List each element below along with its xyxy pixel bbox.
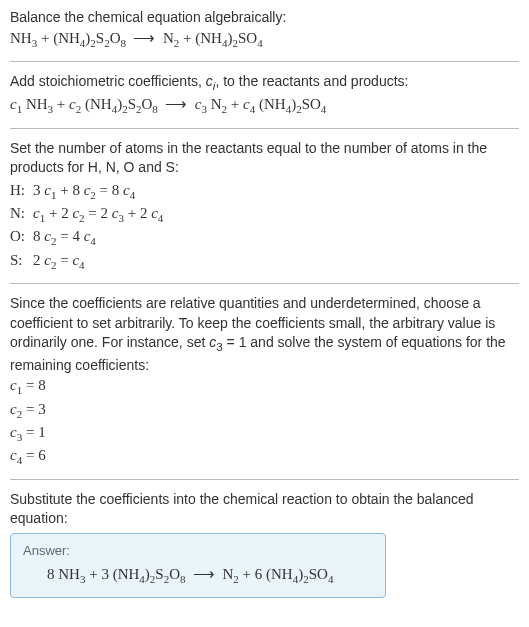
balance-equations-table: H: 3 c1 + 8 c2 = 8 c4 N: c1 + 2 c2 = 2 c… <box>10 180 163 274</box>
element-equation: 2 c2 = c4 <box>33 250 163 273</box>
element-equation: 8 c2 = 4 c4 <box>33 226 163 249</box>
solution-row: c2 = 3 <box>10 399 519 422</box>
element-label: H: <box>10 180 33 203</box>
step-add-coefficients: Add stoichiometric coefficients, ci, to … <box>10 72 519 118</box>
divider <box>10 61 519 62</box>
coefficient-equation: c1 NH3 + c2 (NH4)2S2O8 ⟶ c3 N2 + c4 (NH4… <box>10 94 519 117</box>
step1-text: Balance the chemical equation algebraica… <box>10 8 519 28</box>
element-label: O: <box>10 226 33 249</box>
solution-list: c1 = 8 c2 = 3 c3 = 1 c4 = 6 <box>10 375 519 469</box>
divider <box>10 479 519 480</box>
answer-label: Answer: <box>23 542 373 560</box>
element-label: N: <box>10 203 33 226</box>
element-equation: c1 + 2 c2 = 2 c3 + 2 c4 <box>33 203 163 226</box>
solution-row: c1 = 8 <box>10 375 519 398</box>
step3-text: Set the number of atoms in the reactants… <box>10 139 519 178</box>
solution-row: c4 = 6 <box>10 445 519 468</box>
divider <box>10 283 519 284</box>
element-equation: 3 c1 + 8 c2 = 8 c4 <box>33 180 163 203</box>
element-label: S: <box>10 250 33 273</box>
unbalanced-equation: NH3 + (NH4)2S2O8 ⟶ N2 + (NH4)2SO4 <box>10 28 519 51</box>
step2-text: Add stoichiometric coefficients, ci, to … <box>10 72 519 94</box>
answer-box: Answer: 8 NH3 + 3 (NH4)2S2O8 ⟶ N2 + 6 (N… <box>10 533 386 599</box>
balance-row: N: c1 + 2 c2 = 2 c3 + 2 c4 <box>10 203 163 226</box>
solution-row: c3 = 1 <box>10 422 519 445</box>
balance-row: O: 8 c2 = 4 c4 <box>10 226 163 249</box>
divider <box>10 128 519 129</box>
balance-row: S: 2 c2 = c4 <box>10 250 163 273</box>
step4-text: Since the coefficients are relative quan… <box>10 294 519 375</box>
balance-row: H: 3 c1 + 8 c2 = 8 c4 <box>10 180 163 203</box>
step-substitute: Substitute the coefficients into the che… <box>10 490 519 599</box>
step-balance-intro: Balance the chemical equation algebraica… <box>10 8 519 51</box>
step-solve: Since the coefficients are relative quan… <box>10 294 519 468</box>
balanced-equation: 8 NH3 + 3 (NH4)2S2O8 ⟶ N2 + 6 (NH4)2SO4 <box>23 564 373 587</box>
step-atom-balance: Set the number of atoms in the reactants… <box>10 139 519 274</box>
step5-text: Substitute the coefficients into the che… <box>10 490 519 529</box>
